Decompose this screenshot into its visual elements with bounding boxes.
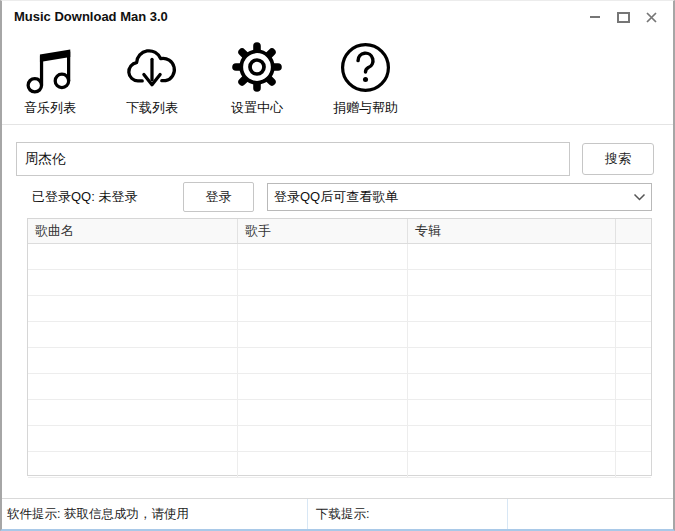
toolbar-item-label: 下载列表: [126, 99, 178, 117]
question-circle-icon: [338, 39, 393, 95]
toolbar-item-music-list[interactable]: 音乐列表: [24, 39, 76, 117]
table-row: [28, 400, 651, 426]
search-input[interactable]: [16, 142, 570, 176]
table-row: [28, 452, 651, 478]
chevron-down-icon: [627, 193, 651, 201]
download-tip-text: 下载提示:: [308, 499, 508, 529]
toolbar-item-download-list[interactable]: 下载列表: [123, 39, 181, 117]
app-window: Music Download Man 3.0: [0, 0, 675, 531]
maximize-button[interactable]: [609, 1, 637, 33]
playlist-select-value: 登录QQ后可查看歌单: [268, 188, 627, 206]
table-row: [28, 270, 651, 296]
gear-icon: [228, 39, 286, 95]
table-row: [28, 296, 651, 322]
software-tip-text: 软件提示: 获取信息成功，请使用: [2, 499, 308, 529]
music-note-icon: [24, 39, 76, 95]
window-controls: [581, 1, 665, 33]
toolbar-separator: [2, 124, 673, 125]
toolbar-item-settings[interactable]: 设置中心: [228, 39, 286, 117]
column-header-song-name[interactable]: 歌曲名: [28, 219, 238, 243]
toolbar-item-label: 捐赠与帮助: [333, 99, 398, 117]
minimize-button[interactable]: [581, 1, 609, 33]
column-header-artist[interactable]: 歌手: [238, 219, 408, 243]
table-row: [28, 348, 651, 374]
status-bar: 软件提示: 获取信息成功，请使用 下载提示:: [2, 498, 673, 529]
window-title: Music Download Man 3.0: [14, 1, 168, 33]
toolbar-item-donate-help[interactable]: 捐赠与帮助: [333, 39, 398, 117]
maximize-icon: [617, 12, 630, 23]
table-row: [28, 374, 651, 400]
login-button[interactable]: 登录: [183, 182, 254, 212]
song-table-header: 歌曲名 歌手 专辑: [28, 219, 651, 244]
song-table: 歌曲名 歌手 专辑: [27, 218, 652, 476]
table-row: [28, 322, 651, 348]
cloud-download-icon: [123, 39, 181, 95]
column-header-album[interactable]: 专辑: [408, 219, 616, 243]
toolbar-item-label: 音乐列表: [24, 99, 76, 117]
toolbar-item-label: 设置中心: [231, 99, 283, 117]
playlist-select[interactable]: 登录QQ后可查看歌单: [267, 183, 652, 211]
title-bar[interactable]: Music Download Man 3.0: [2, 1, 673, 33]
close-icon: [646, 12, 657, 23]
table-row: [28, 244, 651, 270]
table-row: [28, 426, 651, 452]
column-header-extra[interactable]: [616, 219, 651, 243]
minimize-icon: [590, 16, 600, 18]
close-button[interactable]: [637, 1, 665, 33]
login-status-label: 已登录QQ: 未登录: [32, 182, 137, 212]
search-button[interactable]: 搜索: [582, 143, 654, 175]
toolbar: 音乐列表 下载列表: [24, 39, 398, 117]
status-bar-spacer: [508, 499, 673, 529]
